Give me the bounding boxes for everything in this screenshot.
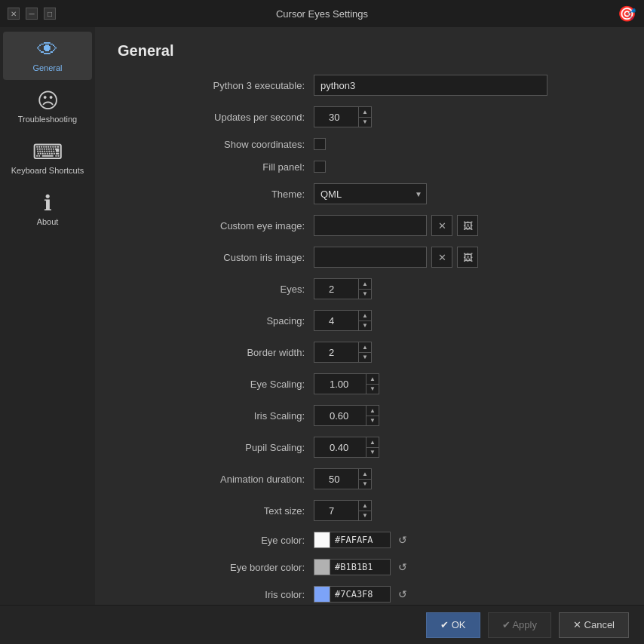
sidebar-label-troubleshooting: Troubleshooting: [18, 115, 77, 124]
text-size-input[interactable]: [323, 500, 350, 521]
custom-eye-image-control: ✕ 🖼: [314, 215, 621, 236]
close-button[interactable]: ✕: [8, 8, 20, 20]
content-area: 👁 General ☹ Troubleshooting ⌨ Keyboard S…: [0, 27, 644, 605]
theme-label: Theme:: [118, 189, 314, 200]
fill-panel-control: [314, 161, 621, 173]
theme-select[interactable]: QML GTK: [314, 183, 427, 204]
iris-scaling-up[interactable]: ▲: [366, 406, 379, 416]
animation-duration-spinner: ▲ ▼: [314, 468, 372, 489]
pupil-scaling-control: ▲ ▼: [314, 437, 621, 458]
iris-scaling-input[interactable]: [324, 405, 357, 426]
border-width-down[interactable]: ▼: [359, 353, 371, 363]
settings-form: Python 3 executable: Updates per second:…: [118, 75, 621, 605]
border-width-value-box: [314, 342, 359, 363]
custom-eye-image-browse-button[interactable]: 🖼: [457, 215, 478, 236]
sidebar-item-keyboard-shortcuts[interactable]: ⌨ Keyboard Shortcuts: [3, 134, 92, 182]
maximize-button[interactable]: □: [44, 8, 56, 20]
eye-color-label: Eye color:: [118, 535, 314, 546]
show-coordinates-checkbox[interactable]: [314, 138, 326, 150]
border-width-up[interactable]: ▲: [359, 342, 371, 353]
spacing-down[interactable]: ▼: [359, 321, 371, 331]
eye-scaling-input[interactable]: [324, 373, 357, 394]
sidebar-item-about[interactable]: ℹ About: [3, 186, 92, 234]
about-icon: ℹ: [44, 193, 52, 214]
iris-color-swatch[interactable]: [314, 586, 330, 603]
updates-per-second-control: ▲ ▼: [314, 106, 621, 127]
spacing-arrows: ▲ ▼: [359, 310, 372, 331]
spacing-input[interactable]: [323, 310, 350, 331]
titlebar: ✕ ─ □ Cursor Eyes Settings 🎯: [0, 0, 644, 27]
text-size-down[interactable]: ▼: [359, 511, 371, 521]
apply-button[interactable]: ✔ Apply: [488, 612, 551, 638]
page-title: General: [118, 42, 621, 60]
sidebar-label-general: General: [32, 63, 62, 72]
eyes-up[interactable]: ▲: [359, 279, 371, 290]
eye-color-picker[interactable]: #FAFAFA: [314, 532, 391, 548]
updates-per-second-input[interactable]: [323, 106, 350, 127]
iris-color-hex: #7CA3F8: [330, 586, 391, 603]
sidebar-item-troubleshooting[interactable]: ☹ Troubleshooting: [3, 83, 92, 131]
window: ✕ ─ □ Cursor Eyes Settings 🎯 👁 General ☹…: [0, 0, 644, 644]
eye-color-reset-button[interactable]: ↺: [395, 532, 410, 547]
updates-per-second-up[interactable]: ▲: [359, 107, 371, 118]
app-icon: 🎯: [618, 5, 636, 23]
animation-duration-label: Animation duration:: [118, 474, 314, 485]
iris-scaling-control: ▲ ▼: [314, 405, 621, 426]
general-icon: 👁: [37, 39, 58, 60]
minimize-button[interactable]: ─: [26, 8, 38, 20]
pupil-scaling-up[interactable]: ▲: [366, 437, 379, 448]
eye-scaling-up[interactable]: ▲: [366, 374, 379, 385]
spacing-up[interactable]: ▲: [359, 311, 371, 321]
eye-scaling-label: Eye Scaling:: [118, 379, 314, 390]
animation-duration-down[interactable]: ▼: [359, 480, 371, 489]
python-executable-label: Python 3 executable:: [118, 80, 314, 91]
custom-iris-image-browse-button[interactable]: 🖼: [457, 247, 478, 268]
border-width-arrows: ▲ ▼: [359, 342, 372, 363]
text-size-value-box: [314, 500, 359, 521]
animation-duration-up[interactable]: ▲: [359, 469, 371, 480]
pupil-scaling-label: Pupil Scaling:: [118, 442, 314, 453]
spacing-value-box: [314, 310, 359, 331]
border-width-input[interactable]: [323, 342, 350, 363]
pupil-scaling-input[interactable]: [324, 437, 357, 458]
spacing-spinner: ▲ ▼: [314, 310, 372, 331]
eyes-input[interactable]: [323, 278, 350, 299]
eye-border-color-picker[interactable]: #B1B1B1: [314, 559, 391, 575]
animation-duration-input[interactable]: [323, 468, 350, 489]
custom-eye-image-clear-button[interactable]: ✕: [431, 215, 452, 236]
updates-per-second-label: Updates per second:: [118, 112, 314, 123]
iris-scaling-arrows: ▲ ▼: [366, 405, 379, 426]
theme-select-wrapper: QML GTK ▼: [314, 183, 427, 204]
ok-button[interactable]: ✔ OK: [426, 612, 480, 638]
iris-scaling-label: Iris Scaling:: [118, 410, 314, 422]
eye-border-color-reset-button[interactable]: ↺: [395, 560, 410, 575]
sidebar-label-about: About: [37, 217, 59, 226]
python-executable-input[interactable]: [314, 75, 547, 96]
bottom-bar: ✔ OK ✔ Apply ✕ Cancel: [0, 605, 644, 644]
fill-panel-checkbox[interactable]: [314, 161, 326, 173]
eye-scaling-down[interactable]: ▼: [366, 385, 379, 394]
iris-scaling-down[interactable]: ▼: [366, 416, 379, 426]
animation-duration-value-box: [314, 468, 359, 489]
eye-scaling-value-box: [314, 373, 366, 394]
custom-iris-image-input[interactable]: [314, 247, 427, 268]
main-content: General Python 3 executable: Updates per…: [95, 27, 644, 605]
pupil-scaling-down[interactable]: ▼: [366, 448, 379, 458]
updates-per-second-down[interactable]: ▼: [359, 118, 371, 127]
pupil-scaling-arrows: ▲ ▼: [366, 437, 379, 458]
iris-color-reset-button[interactable]: ↺: [395, 587, 410, 602]
animation-duration-arrows: ▲ ▼: [359, 468, 372, 489]
cancel-button[interactable]: ✕ Cancel: [559, 612, 629, 638]
iris-color-picker[interactable]: #7CA3F8: [314, 586, 391, 603]
custom-eye-image-label: Custom eye image:: [118, 220, 314, 232]
spacing-control: ▲ ▼: [314, 310, 621, 331]
custom-iris-image-clear-button[interactable]: ✕: [431, 247, 452, 268]
sidebar-item-general[interactable]: 👁 General: [3, 32, 92, 80]
eye-border-color-swatch[interactable]: [314, 559, 330, 575]
text-size-up[interactable]: ▲: [359, 501, 371, 511]
iris-color-label: Iris color:: [118, 589, 314, 600]
eye-color-swatch[interactable]: [314, 532, 330, 548]
border-width-control: ▲ ▼: [314, 342, 621, 363]
eyes-down[interactable]: ▼: [359, 290, 371, 299]
custom-eye-image-input[interactable]: [314, 215, 427, 236]
